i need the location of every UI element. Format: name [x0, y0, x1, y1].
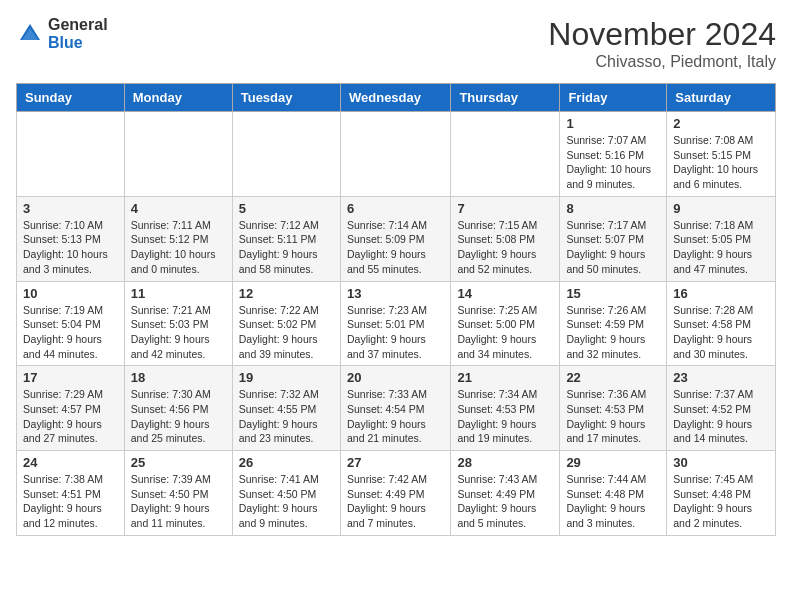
calendar-cell: 12Sunrise: 7:22 AM Sunset: 5:02 PM Dayli… [232, 281, 340, 366]
calendar-table: Sunday Monday Tuesday Wednesday Thursday… [16, 83, 776, 536]
day-number: 29 [566, 455, 660, 470]
day-number: 16 [673, 286, 769, 301]
day-number: 1 [566, 116, 660, 131]
day-info: Sunrise: 7:39 AM Sunset: 4:50 PM Dayligh… [131, 472, 226, 531]
calendar-row-0: 1Sunrise: 7:07 AM Sunset: 5:16 PM Daylig… [17, 112, 776, 197]
title-section: November 2024 Chivasso, Piedmont, Italy [548, 16, 776, 71]
day-number: 12 [239, 286, 334, 301]
day-info: Sunrise: 7:44 AM Sunset: 4:48 PM Dayligh… [566, 472, 660, 531]
header-saturday: Saturday [667, 84, 776, 112]
calendar-cell: 26Sunrise: 7:41 AM Sunset: 4:50 PM Dayli… [232, 451, 340, 536]
day-info: Sunrise: 7:07 AM Sunset: 5:16 PM Dayligh… [566, 133, 660, 192]
logo-general-text: General [48, 16, 108, 34]
calendar-cell: 17Sunrise: 7:29 AM Sunset: 4:57 PM Dayli… [17, 366, 125, 451]
month-title: November 2024 [548, 16, 776, 53]
location-title: Chivasso, Piedmont, Italy [548, 53, 776, 71]
day-info: Sunrise: 7:21 AM Sunset: 5:03 PM Dayligh… [131, 303, 226, 362]
day-number: 28 [457, 455, 553, 470]
day-info: Sunrise: 7:41 AM Sunset: 4:50 PM Dayligh… [239, 472, 334, 531]
day-number: 23 [673, 370, 769, 385]
header-wednesday: Wednesday [340, 84, 450, 112]
calendar-cell: 28Sunrise: 7:43 AM Sunset: 4:49 PM Dayli… [451, 451, 560, 536]
calendar-cell: 13Sunrise: 7:23 AM Sunset: 5:01 PM Dayli… [340, 281, 450, 366]
calendar-cell: 3Sunrise: 7:10 AM Sunset: 5:13 PM Daylig… [17, 196, 125, 281]
calendar-cell: 23Sunrise: 7:37 AM Sunset: 4:52 PM Dayli… [667, 366, 776, 451]
calendar-cell: 22Sunrise: 7:36 AM Sunset: 4:53 PM Dayli… [560, 366, 667, 451]
day-number: 11 [131, 286, 226, 301]
day-info: Sunrise: 7:26 AM Sunset: 4:59 PM Dayligh… [566, 303, 660, 362]
header-monday: Monday [124, 84, 232, 112]
day-info: Sunrise: 7:17 AM Sunset: 5:07 PM Dayligh… [566, 218, 660, 277]
calendar-cell: 19Sunrise: 7:32 AM Sunset: 4:55 PM Dayli… [232, 366, 340, 451]
day-number: 10 [23, 286, 118, 301]
weekday-header-row: Sunday Monday Tuesday Wednesday Thursday… [17, 84, 776, 112]
day-number: 26 [239, 455, 334, 470]
day-info: Sunrise: 7:18 AM Sunset: 5:05 PM Dayligh… [673, 218, 769, 277]
calendar-cell [232, 112, 340, 197]
header-thursday: Thursday [451, 84, 560, 112]
day-info: Sunrise: 7:34 AM Sunset: 4:53 PM Dayligh… [457, 387, 553, 446]
logo-icon [16, 20, 44, 48]
calendar-cell: 29Sunrise: 7:44 AM Sunset: 4:48 PM Dayli… [560, 451, 667, 536]
logo-blue-text: Blue [48, 34, 108, 52]
day-info: Sunrise: 7:25 AM Sunset: 5:00 PM Dayligh… [457, 303, 553, 362]
day-number: 13 [347, 286, 444, 301]
calendar-cell [17, 112, 125, 197]
day-info: Sunrise: 7:10 AM Sunset: 5:13 PM Dayligh… [23, 218, 118, 277]
day-info: Sunrise: 7:15 AM Sunset: 5:08 PM Dayligh… [457, 218, 553, 277]
calendar-cell: 8Sunrise: 7:17 AM Sunset: 5:07 PM Daylig… [560, 196, 667, 281]
calendar-cell: 15Sunrise: 7:26 AM Sunset: 4:59 PM Dayli… [560, 281, 667, 366]
day-number: 5 [239, 201, 334, 216]
day-number: 8 [566, 201, 660, 216]
header-sunday: Sunday [17, 84, 125, 112]
calendar-row-2: 10Sunrise: 7:19 AM Sunset: 5:04 PM Dayli… [17, 281, 776, 366]
calendar-cell: 20Sunrise: 7:33 AM Sunset: 4:54 PM Dayli… [340, 366, 450, 451]
day-number: 24 [23, 455, 118, 470]
day-info: Sunrise: 7:45 AM Sunset: 4:48 PM Dayligh… [673, 472, 769, 531]
day-info: Sunrise: 7:30 AM Sunset: 4:56 PM Dayligh… [131, 387, 226, 446]
calendar-cell: 14Sunrise: 7:25 AM Sunset: 5:00 PM Dayli… [451, 281, 560, 366]
calendar-cell: 5Sunrise: 7:12 AM Sunset: 5:11 PM Daylig… [232, 196, 340, 281]
day-number: 25 [131, 455, 226, 470]
day-info: Sunrise: 7:36 AM Sunset: 4:53 PM Dayligh… [566, 387, 660, 446]
calendar-cell: 25Sunrise: 7:39 AM Sunset: 4:50 PM Dayli… [124, 451, 232, 536]
day-number: 27 [347, 455, 444, 470]
calendar-cell [451, 112, 560, 197]
header-tuesday: Tuesday [232, 84, 340, 112]
day-number: 30 [673, 455, 769, 470]
day-info: Sunrise: 7:11 AM Sunset: 5:12 PM Dayligh… [131, 218, 226, 277]
day-info: Sunrise: 7:32 AM Sunset: 4:55 PM Dayligh… [239, 387, 334, 446]
day-number: 20 [347, 370, 444, 385]
day-number: 14 [457, 286, 553, 301]
header-friday: Friday [560, 84, 667, 112]
calendar-cell: 1Sunrise: 7:07 AM Sunset: 5:16 PM Daylig… [560, 112, 667, 197]
day-info: Sunrise: 7:37 AM Sunset: 4:52 PM Dayligh… [673, 387, 769, 446]
day-info: Sunrise: 7:28 AM Sunset: 4:58 PM Dayligh… [673, 303, 769, 362]
day-info: Sunrise: 7:22 AM Sunset: 5:02 PM Dayligh… [239, 303, 334, 362]
calendar-cell: 24Sunrise: 7:38 AM Sunset: 4:51 PM Dayli… [17, 451, 125, 536]
logo[interactable]: General Blue [16, 16, 108, 51]
calendar-cell: 4Sunrise: 7:11 AM Sunset: 5:12 PM Daylig… [124, 196, 232, 281]
day-number: 18 [131, 370, 226, 385]
day-number: 6 [347, 201, 444, 216]
calendar-cell: 18Sunrise: 7:30 AM Sunset: 4:56 PM Dayli… [124, 366, 232, 451]
day-info: Sunrise: 7:43 AM Sunset: 4:49 PM Dayligh… [457, 472, 553, 531]
day-number: 15 [566, 286, 660, 301]
calendar-cell [124, 112, 232, 197]
day-number: 17 [23, 370, 118, 385]
day-info: Sunrise: 7:08 AM Sunset: 5:15 PM Dayligh… [673, 133, 769, 192]
calendar-cell: 11Sunrise: 7:21 AM Sunset: 5:03 PM Dayli… [124, 281, 232, 366]
day-info: Sunrise: 7:14 AM Sunset: 5:09 PM Dayligh… [347, 218, 444, 277]
page-header: General Blue November 2024 Chivasso, Pie… [16, 16, 776, 71]
day-number: 2 [673, 116, 769, 131]
day-number: 22 [566, 370, 660, 385]
calendar-row-1: 3Sunrise: 7:10 AM Sunset: 5:13 PM Daylig… [17, 196, 776, 281]
day-number: 9 [673, 201, 769, 216]
calendar-row-4: 24Sunrise: 7:38 AM Sunset: 4:51 PM Dayli… [17, 451, 776, 536]
day-number: 4 [131, 201, 226, 216]
logo-text: General Blue [48, 16, 108, 51]
day-info: Sunrise: 7:33 AM Sunset: 4:54 PM Dayligh… [347, 387, 444, 446]
calendar-cell: 16Sunrise: 7:28 AM Sunset: 4:58 PM Dayli… [667, 281, 776, 366]
calendar-cell [340, 112, 450, 197]
day-info: Sunrise: 7:38 AM Sunset: 4:51 PM Dayligh… [23, 472, 118, 531]
